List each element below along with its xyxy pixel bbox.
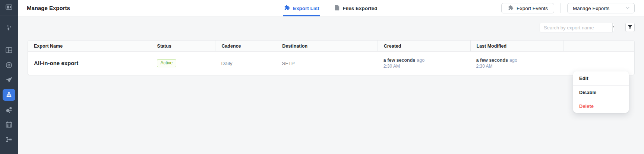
tab-export-list[interactable]: Export List xyxy=(283,0,320,16)
sidebar-item-ai-assistant[interactable] xyxy=(2,21,16,35)
export-events-button[interactable]: Export Events xyxy=(501,3,554,13)
tab-label: Export List xyxy=(293,6,319,11)
funnel-icon xyxy=(627,24,633,31)
column-header-status: Status xyxy=(151,41,215,51)
table-header-row: Export Name Status Cadence Destination C… xyxy=(28,41,634,52)
export-name: All-in-one export xyxy=(34,60,78,66)
search-input[interactable] xyxy=(540,23,612,32)
column-header-export-name: Export Name xyxy=(28,41,151,51)
tab-files-exported[interactable]: Files Exported xyxy=(334,0,378,16)
sidebar-item-cohorts[interactable] xyxy=(2,103,16,116)
dropdown-value: Manage Exports xyxy=(573,6,609,11)
export-events-label: Export Events xyxy=(517,6,548,11)
page-title: Manage Exports xyxy=(27,0,70,16)
content-area: Export Name Status Cadence Destination C… xyxy=(18,16,644,154)
search-box xyxy=(540,23,614,32)
column-header-destination: Destination xyxy=(276,41,378,51)
magnifier-icon xyxy=(613,24,614,31)
app-root: Manage Exports Export List Files Expor xyxy=(0,0,644,154)
modified-suffix: ago xyxy=(509,58,517,63)
puzzle-icon xyxy=(284,4,290,12)
sidebar-item-dashboards[interactable] xyxy=(2,44,16,57)
tab-label: Files Exported xyxy=(343,6,378,11)
toolbar-divider xyxy=(620,23,620,32)
calendar-icon xyxy=(5,121,13,129)
dashboard-icon xyxy=(5,46,13,54)
tab-bar: Export List Files Exported xyxy=(283,0,392,16)
filter-button[interactable] xyxy=(625,23,635,32)
column-header-last-modified: Last Modified xyxy=(470,41,564,51)
search-button[interactable] xyxy=(612,23,614,32)
sidebar-item-goals[interactable] xyxy=(2,58,16,72)
topbar: Manage Exports Export List Files Expor xyxy=(18,0,644,16)
created-suffix: ago xyxy=(417,58,424,63)
sidebar xyxy=(0,0,18,154)
puzzle-icon xyxy=(508,5,514,12)
column-header-created: Created xyxy=(378,41,470,51)
column-header-cadence: Cadence xyxy=(215,41,276,51)
sitemap-icon xyxy=(5,91,13,99)
cadence-value: Daily xyxy=(221,61,232,66)
sidebar-divider xyxy=(5,36,13,44)
status-badge: Active xyxy=(157,59,177,67)
destination-value: SFTP xyxy=(282,61,295,66)
column-header-actions xyxy=(563,41,634,51)
target-icon xyxy=(5,61,13,69)
row-context-menu: Edit Disable Delete xyxy=(573,71,629,113)
exports-table: Export Name Status Cadence Destination C… xyxy=(28,40,635,75)
created-time: 2:30 AM xyxy=(383,64,470,69)
menu-item-edit[interactable]: Edit xyxy=(573,71,629,85)
menu-item-delete[interactable]: Delete xyxy=(573,99,629,113)
last-modified-cell: a few secondsago 2:30 AM xyxy=(470,58,564,69)
table-row[interactable]: All-in-one export Active Daily SFTP a fe… xyxy=(28,52,634,75)
created-cell: a few secondsago 2:30 AM xyxy=(378,58,470,69)
chevron-down-icon xyxy=(625,5,631,12)
sidebar-item-send[interactable] xyxy=(2,73,16,87)
sidebar-item-calendar[interactable] xyxy=(2,118,16,131)
cluster-icon xyxy=(5,106,13,114)
menu-item-disable[interactable]: Disable xyxy=(573,85,629,99)
sidebar-item-exports-active[interactable] xyxy=(3,89,15,101)
file-icon xyxy=(334,4,340,12)
sidebar-toggle-button[interactable] xyxy=(2,0,16,14)
send-icon xyxy=(5,76,13,84)
topbar-actions: Export Events Manage Exports xyxy=(501,3,635,13)
flow-icon xyxy=(5,135,13,144)
modified-time: 2:30 AM xyxy=(476,64,564,69)
created-relative: a few seconds xyxy=(383,58,415,63)
sidebar-item-flows[interactable] xyxy=(2,133,16,146)
sparkles-icon xyxy=(5,24,13,32)
header-divider xyxy=(561,3,561,13)
modified-relative: a few seconds xyxy=(476,58,508,63)
manage-exports-dropdown[interactable]: Manage Exports xyxy=(567,3,635,13)
sidebar-toggle-icon xyxy=(5,3,13,11)
